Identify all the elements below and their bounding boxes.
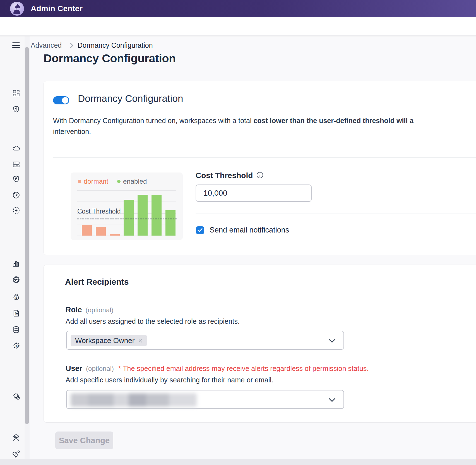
cost-gear-icon[interactable]: $ (12, 342, 20, 350)
legend-item-enabled: enabled (117, 178, 147, 185)
legend-item-dormant: dormant (78, 178, 108, 185)
role-chip: Workspace Owner (71, 335, 147, 346)
chart-legend: dormantenabled (78, 178, 147, 185)
sidebar-scrollbar-thumb[interactable] (25, 47, 29, 424)
role-select[interactable]: Workspace Owner (66, 331, 344, 350)
chart-bar-dormant (96, 227, 106, 236)
billing-invoice-icon[interactable]: $ (12, 309, 20, 317)
role-label-row: Role (optional) (66, 306, 114, 314)
role-chip-label: Workspace Owner (75, 336, 134, 345)
enabled-dot-icon (117, 180, 121, 183)
admin-center-screen: Admin Center Advanced Dormancy Configura… (0, 0, 476, 465)
user-warning-text: * The specified email address may receiv… (118, 365, 369, 373)
breadcrumb-bar: Advanced Dormancy Configuration (0, 17, 476, 36)
bar-chart-icon[interactable] (12, 259, 20, 268)
ai-sparkle-icon[interactable] (12, 206, 20, 215)
money-bag-icon[interactable]: $ (12, 293, 20, 301)
support-bot-icon[interactable] (12, 433, 20, 442)
role-help-text: Add all users assigned to the selected r… (66, 317, 240, 325)
chart-gridline (77, 236, 176, 236)
chevron-right-icon (70, 42, 74, 50)
user-label: User (66, 364, 82, 373)
bottom-cutoff-band (0, 459, 476, 465)
user-help-text: Add specific users individually by searc… (66, 376, 273, 384)
admin-avatar-icon (10, 2, 24, 16)
database-icon[interactable] (12, 325, 20, 334)
role-optional-label: (optional) (86, 306, 114, 314)
user-select[interactable] (66, 390, 344, 409)
satellite-icon[interactable] (12, 450, 20, 458)
alert-recipients-card: Alert Recipients Role (optional) Add all… (44, 265, 476, 423)
chart-threshold-line (77, 219, 177, 219)
server-icon[interactable] (12, 160, 20, 169)
chart-threshold-label: Cost Threshold (77, 208, 121, 215)
redacted-user-value (71, 393, 197, 407)
svg-text:$: $ (15, 296, 17, 299)
legend-label: enabled (123, 178, 147, 185)
app-title: Admin Center (31, 4, 83, 13)
svg-text:$: $ (15, 344, 18, 348)
field-divider (196, 214, 476, 214)
page-title: Dormancy Configuration (44, 52, 176, 65)
section-divider (53, 157, 476, 158)
dashboard-icon[interactable] (12, 89, 20, 97)
dormancy-description: With Dormancy Configuration turned on, w… (53, 115, 476, 137)
dormancy-configuration-card: Dormancy Configuration With Dormancy Con… (44, 81, 476, 255)
user-label-row: User (optional) * The specified email ad… (66, 364, 369, 373)
breadcrumb-current: Dormancy Configuration (78, 41, 153, 49)
chart-gridline (77, 190, 176, 191)
chart-bar-enabled (124, 200, 134, 236)
chip-remove-icon[interactable] (138, 336, 143, 345)
save-change-button[interactable]: Save Change (55, 432, 113, 449)
chart-bar-enabled (138, 195, 148, 236)
user-optional-label: (optional) (86, 365, 114, 373)
dormant-dot-icon (78, 180, 81, 183)
chevron-down-icon (328, 398, 336, 403)
chart-bar-dormant (82, 225, 92, 236)
dormancy-toggle[interactable] (53, 96, 69, 104)
chevron-down-icon (328, 339, 336, 344)
shield-key-icon[interactable] (12, 105, 20, 114)
email-notifications-label: Send email notifications (210, 226, 289, 234)
app-header: Admin Center (0, 0, 476, 17)
sidebar-nav: $ $ $ (0, 36, 25, 465)
email-notifications-row[interactable]: Send email notifications (196, 226, 289, 234)
shield-lock-icon[interactable] (12, 175, 20, 183)
role-label: Role (66, 306, 82, 314)
info-icon[interactable] (256, 171, 264, 180)
email-notifications-checkbox[interactable] (196, 226, 204, 234)
hamburger-menu-icon[interactable] (12, 42, 20, 48)
gear-check-icon[interactable] (12, 392, 20, 400)
chart-bar-enabled (152, 195, 162, 236)
dormancy-chart: dormantenabled Cost Threshold (71, 172, 183, 240)
legend-label: dormant (84, 178, 108, 185)
breadcrumb-advanced[interactable]: Advanced (31, 41, 62, 49)
cost-threshold-label: Cost Threshold (196, 171, 253, 180)
cost-threshold-input[interactable] (196, 184, 312, 202)
cloud-icon[interactable] (12, 144, 20, 152)
pulse-monitor-icon[interactable] (12, 275, 20, 284)
alert-recipients-title: Alert Recipients (65, 277, 129, 287)
chart-bar-dormant (110, 234, 120, 236)
gauge-icon[interactable] (12, 191, 20, 199)
dormancy-section-title: Dormancy Configuration (78, 93, 183, 104)
chart-bar-enabled (165, 210, 176, 236)
svg-text:$: $ (15, 311, 17, 315)
main-content: Dormancy Configuration Dormancy Configur… (30, 36, 476, 465)
